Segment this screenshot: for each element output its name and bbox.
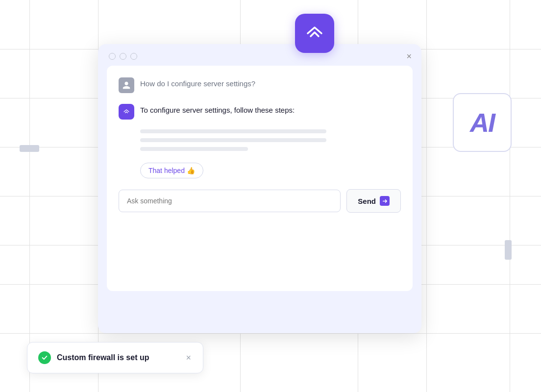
toast-message: Custom firewall is set up	[57, 353, 179, 362]
loading-lines	[140, 129, 401, 151]
window-dot-2	[120, 53, 126, 60]
title-bar: ×	[98, 44, 421, 66]
that-helped-button[interactable]: That helped 👍	[140, 163, 203, 178]
loading-line-2	[140, 138, 326, 142]
send-label: Send	[358, 197, 376, 205]
chat-window: × How do I configure server settings? To…	[98, 44, 421, 333]
bot-message-row: To configure server settings, follow the…	[119, 104, 401, 120]
toast-notification: Custom firewall is set up ×	[27, 342, 203, 373]
window-dot-1	[109, 53, 116, 60]
send-button[interactable]: Send	[346, 189, 401, 213]
user-avatar-icon	[119, 77, 134, 93]
input-area: Send	[119, 189, 401, 213]
user-message-text: How do I configure server settings?	[140, 77, 255, 88]
toast-success-icon	[38, 351, 51, 364]
loading-line-3	[140, 147, 248, 151]
user-message-row: How do I configure server settings?	[119, 77, 401, 93]
loading-line-1	[140, 129, 326, 133]
bot-message-text: To configure server settings, follow the…	[140, 104, 295, 114]
window-close-button[interactable]: ×	[406, 52, 412, 61]
ai-label: AI	[470, 109, 494, 136]
send-arrow-icon	[380, 196, 390, 206]
ai-box: AI	[453, 93, 512, 152]
chat-input[interactable]	[119, 190, 341, 212]
app-logo-icon	[295, 14, 334, 53]
window-dot-3	[130, 53, 137, 60]
toast-close-button[interactable]: ×	[185, 353, 192, 362]
bot-avatar-icon	[119, 104, 134, 120]
chat-content-area: How do I configure server settings? To c…	[107, 66, 413, 291]
